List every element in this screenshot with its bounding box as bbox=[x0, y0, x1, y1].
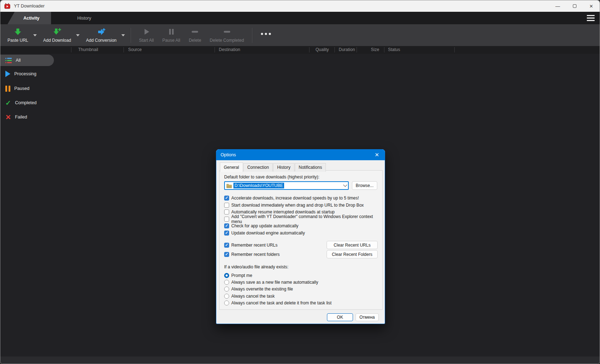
options-tab-notifications[interactable]: Notifications bbox=[295, 163, 326, 172]
column-duration[interactable]: Duration bbox=[339, 47, 355, 52]
add-conversion-dropdown-icon[interactable] bbox=[121, 34, 125, 38]
toolbar-separator bbox=[252, 28, 252, 43]
options-tab-history[interactable]: History bbox=[273, 163, 294, 172]
checkbox-start-on-drop[interactable]: Start download immediately when drag and… bbox=[224, 202, 364, 208]
browse-button[interactable]: Browse... bbox=[352, 181, 377, 190]
app-window: YT Downloader — ✕ Activity History Paste… bbox=[0, 0, 600, 364]
paused-icon bbox=[5, 86, 10, 92]
completed-icon: ✓ bbox=[5, 100, 11, 106]
add-download-icon bbox=[53, 27, 61, 36]
radio-cancel-and-delete[interactable]: Always cancel the task and delete it fro… bbox=[224, 300, 332, 306]
checkbox-icon[interactable] bbox=[224, 252, 229, 257]
options-dialog-titlebar: Options ✕ bbox=[216, 150, 385, 160]
pause-all-icon bbox=[167, 27, 176, 36]
maximize-icon bbox=[573, 4, 576, 8]
column-status[interactable]: Status bbox=[388, 47, 400, 52]
add-download-dropdown-icon[interactable] bbox=[76, 34, 80, 38]
menu-hamburger-icon[interactable] bbox=[587, 15, 595, 22]
options-tab-general[interactable]: General bbox=[220, 162, 243, 172]
task-list-header: Thumbnail Source Destination Quality Dur… bbox=[0, 46, 600, 54]
delete-button[interactable]: Delete bbox=[185, 25, 206, 45]
radio-icon[interactable] bbox=[224, 300, 229, 305]
checkbox-icon[interactable] bbox=[224, 209, 229, 214]
checkbox-icon[interactable] bbox=[224, 203, 229, 208]
all-filter-icon bbox=[5, 58, 12, 63]
titlebar: YT Downloader — ✕ bbox=[0, 0, 600, 12]
add-conversion-button[interactable]: Add Conversion bbox=[82, 25, 121, 45]
failed-icon: ✕ bbox=[5, 114, 11, 121]
app-logo-icon bbox=[4, 2, 11, 10]
toolbar-separator bbox=[131, 28, 131, 43]
radio-prompt-me[interactable]: Prompt me bbox=[224, 273, 252, 278]
options-close-icon[interactable]: ✕ bbox=[369, 150, 385, 160]
default-folder-value: D:\Downloads\YOUTUBE bbox=[233, 183, 284, 188]
radio-icon[interactable] bbox=[224, 280, 229, 285]
clear-recent-urls-button[interactable]: Clear Recent URLs bbox=[327, 241, 378, 249]
options-dialog-title: Options bbox=[221, 152, 236, 157]
checkbox-accelerate[interactable]: Accelerate downloads, increase download … bbox=[224, 195, 359, 201]
paste-url-button[interactable]: Paste URL bbox=[3, 25, 32, 45]
radio-icon[interactable] bbox=[224, 273, 229, 278]
options-dialog: Options ✕ General Connection History Not… bbox=[216, 149, 385, 324]
main-tabbar: Activity History bbox=[0, 12, 600, 24]
delete-completed-button[interactable]: Delete Completed bbox=[206, 25, 248, 45]
checkbox-icon[interactable] bbox=[224, 243, 229, 248]
sidebar-item-completed[interactable]: ✓ Completed bbox=[0, 97, 36, 108]
column-size[interactable]: Size bbox=[371, 47, 379, 52]
add-conversion-icon bbox=[97, 27, 106, 36]
delete-icon bbox=[191, 27, 199, 36]
status-bar bbox=[0, 357, 600, 364]
checkbox-context-menu[interactable]: Add "Convert with YT Downloader" command… bbox=[224, 216, 382, 222]
toolbar: Paste URL Add Download Add Conversion St… bbox=[0, 24, 600, 46]
tab-activity[interactable]: Activity bbox=[7, 12, 51, 24]
pause-all-button[interactable]: Pause All bbox=[158, 25, 185, 45]
checkbox-remember-folders[interactable]: Remember recent folders bbox=[224, 252, 279, 257]
sidebar-item-paused[interactable]: Paused bbox=[0, 83, 29, 94]
add-download-button[interactable]: Add Download bbox=[39, 25, 75, 45]
minimize-button[interactable]: — bbox=[549, 0, 566, 12]
clear-recent-folders-button[interactable]: Clear Recent Folders bbox=[327, 250, 378, 258]
checkbox-engine-update[interactable]: Update download engine automatically bbox=[224, 230, 305, 236]
column-destination[interactable]: Destination bbox=[219, 47, 240, 52]
radio-icon[interactable] bbox=[224, 287, 229, 292]
paste-url-dropdown-icon[interactable] bbox=[33, 34, 37, 38]
close-button[interactable]: ✕ bbox=[583, 0, 600, 12]
radio-icon[interactable] bbox=[224, 294, 229, 299]
sidebar-item-all[interactable]: All bbox=[0, 55, 54, 66]
sidebar-item-processing[interactable]: Processing bbox=[0, 68, 36, 80]
column-quality[interactable]: Quality bbox=[316, 47, 329, 52]
checkbox-icon[interactable] bbox=[224, 217, 229, 222]
options-general-pane: Default folder to save downloads (highes… bbox=[219, 170, 383, 310]
combobox-chevron-down-icon[interactable] bbox=[343, 183, 347, 187]
folder-icon bbox=[226, 183, 232, 188]
checkbox-icon[interactable] bbox=[224, 196, 229, 201]
processing-icon bbox=[5, 71, 10, 77]
cancel-button[interactable]: Отмена bbox=[356, 313, 379, 321]
start-all-icon bbox=[142, 27, 151, 36]
column-thumbnail[interactable]: Thumbnail bbox=[78, 47, 98, 52]
paste-url-icon bbox=[14, 27, 22, 36]
task-list-area: All Processing Paused ✓ Completed ✕ Fail… bbox=[0, 54, 600, 357]
radio-overwrite[interactable]: Always overwrite the existing file bbox=[224, 286, 293, 292]
start-all-button[interactable]: Start All bbox=[135, 25, 158, 45]
file-exists-label: If a video/audio file already exists: bbox=[224, 264, 288, 269]
sidebar-item-failed[interactable]: ✕ Failed bbox=[0, 111, 27, 123]
options-tabs: General Connection History Notifications bbox=[220, 162, 326, 172]
checkbox-icon[interactable] bbox=[224, 231, 229, 236]
window-title: YT Downloader bbox=[14, 4, 45, 9]
radio-cancel-task[interactable]: Always cancel the task bbox=[224, 293, 274, 299]
delete-completed-icon bbox=[223, 27, 231, 36]
ok-button[interactable]: OK bbox=[327, 313, 353, 321]
checkbox-icon[interactable] bbox=[224, 223, 229, 228]
more-options-icon[interactable] bbox=[256, 33, 276, 35]
checkbox-remember-urls[interactable]: Remember recent URLs bbox=[224, 242, 277, 248]
default-folder-label: Default folder to save downloads (highes… bbox=[224, 175, 319, 180]
tab-history[interactable]: History bbox=[61, 12, 107, 24]
options-tab-connection[interactable]: Connection bbox=[243, 163, 273, 172]
checkbox-app-update[interactable]: Check for app update automatically bbox=[224, 223, 298, 229]
column-source[interactable]: Source bbox=[128, 47, 142, 52]
maximize-button[interactable] bbox=[566, 0, 583, 12]
radio-save-new-name[interactable]: Always save as a new file name automatic… bbox=[224, 279, 318, 285]
default-folder-combobox[interactable]: D:\Downloads\YOUTUBE bbox=[224, 181, 349, 190]
